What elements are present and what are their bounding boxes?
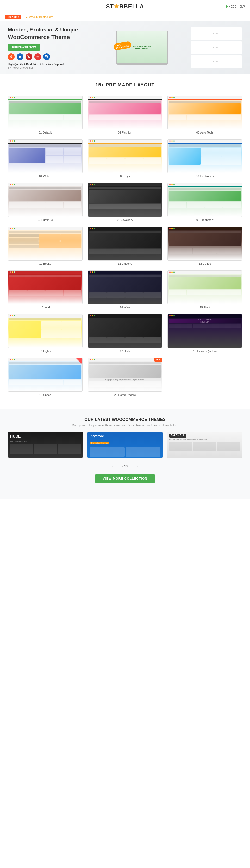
layout-item-14[interactable]: 14 Wine [88, 271, 162, 309]
layout-label-05: 05 Toys [120, 175, 130, 178]
latest-theme-huge[interactable]: HUGE WooCommerce Theme [8, 432, 83, 458]
logo-star: ★ [114, 3, 119, 10]
layout-thumb-12 [167, 227, 242, 260]
elec-cell [221, 148, 241, 156]
layout-item-20[interactable]: NEW Copyright 2018 by Templatesvision. A… [88, 358, 162, 396]
layout-thumb-17 [88, 314, 162, 348]
browser-bar-01 [8, 96, 82, 99]
layout-thumb-01 [8, 95, 83, 129]
dot-red [90, 140, 91, 142]
layout-item-08[interactable]: 08 Jewellery [88, 183, 162, 221]
dot-yellow [171, 315, 173, 316]
layout-item-07[interactable]: 07 Furniture [8, 183, 83, 221]
layout-item-09[interactable]: 09 Freshmart [167, 183, 242, 221]
icon-share: ▶ [17, 53, 24, 60]
layout-thumb-15 [167, 271, 242, 304]
accent-bar-04 [8, 143, 82, 144]
thumb-header-13 [9, 275, 81, 277]
layout-item-03[interactable]: 03 Auto Tools [167, 95, 242, 134]
thumb-hero-19 [9, 365, 81, 379]
product-card [125, 381, 143, 387]
browser-bar-03 [168, 96, 242, 99]
product-card [144, 204, 161, 209]
watch-cell [45, 148, 63, 155]
thumb-products-13 [8, 290, 82, 296]
infystore-preview-card [126, 447, 160, 457]
dot-yellow [12, 184, 13, 185]
watch-main [9, 148, 45, 163]
layout-item-18[interactable]: BEST FLOWERSBOUQUET 18 Flowers (video) [167, 314, 242, 353]
layout-item-13[interactable]: 13 food [8, 271, 83, 309]
product-card [144, 337, 161, 343]
bigomall-card [193, 442, 216, 451]
thumb-header-01 [9, 101, 81, 103]
layout-item-19[interactable]: 19 Specs [8, 358, 83, 396]
product-card [27, 380, 45, 385]
layout-label-13: 13 food [40, 306, 50, 309]
logo: ST★RBELLA [106, 3, 144, 10]
thumb-hero-09 [169, 191, 241, 201]
bigomall-header: BIGOMALL High Quality & Premium Coupons … [167, 432, 242, 442]
thumb-hero-01 [9, 103, 81, 114]
layout-thumb-03 [167, 95, 242, 129]
latest-theme-bigomall[interactable]: BIGOMALL High Quality & Premium Coupons … [167, 432, 242, 458]
thumb-header-06 [169, 145, 241, 147]
lights-layout [8, 321, 82, 339]
layout-thumb-08 [88, 183, 162, 217]
product-card [125, 115, 143, 120]
dot-yellow [92, 184, 93, 185]
hero-headline-line1: Morden, Exclusive & Unique [8, 27, 78, 33]
product-card [9, 202, 27, 208]
product-card [205, 202, 223, 208]
view-more-button[interactable]: VIEW MORE COLLECTION [95, 474, 154, 483]
latest-themes-section: OUR LATEST WOOCOMMERCE THEMES More power… [0, 409, 250, 499]
layout-item-17[interactable]: 17 Suits [88, 314, 162, 353]
next-arrow[interactable]: → [133, 463, 138, 469]
layout-item-05[interactable]: 05 Toys [88, 139, 162, 178]
thumb-header-07 [9, 187, 81, 189]
thumb-elec-layout [168, 147, 242, 165]
purchase-now-button[interactable]: PURCHASE NOW [8, 44, 40, 51]
books-layout [8, 234, 82, 249]
browser-bar-04 [8, 140, 82, 143]
product-card [89, 292, 107, 298]
dot-green [94, 228, 95, 229]
dot-green [174, 97, 175, 98]
dot-yellow [92, 97, 93, 98]
bigomall-header-inner: BIGOMALL [169, 434, 240, 437]
browser-bar-07 [8, 183, 82, 186]
layout-label-20: 20 Home Decore [114, 393, 136, 396]
layout-item-01[interactable]: 01 Default [8, 95, 83, 134]
thumb-header-02 [89, 101, 161, 103]
layout-label-12: 12 Coffee [199, 262, 211, 265]
product-card [64, 115, 81, 120]
browser-bar-14 [88, 271, 162, 274]
layout-item-11[interactable]: 11 Lingerie [88, 227, 162, 265]
need-help[interactable]: NEED HELP [225, 5, 245, 8]
layout-item-10[interactable]: 10 Books [8, 227, 83, 265]
product-card [89, 115, 107, 120]
icon-tag: ◎ [34, 53, 41, 60]
layout-item-15[interactable]: 15 Plant [167, 271, 242, 309]
product-card [9, 290, 27, 296]
product-card [125, 337, 143, 343]
layout-item-06[interactable]: 06 Electronics [167, 139, 242, 178]
layout-item-02[interactable]: 02 Fashion [88, 95, 162, 134]
dot-yellow [171, 228, 173, 229]
dot-red [10, 228, 11, 229]
browser-bar-18 [168, 314, 242, 317]
layout-item-12[interactable]: 12 Coffee [167, 227, 242, 265]
thumb-products-01 [8, 115, 82, 120]
latest-theme-infystore[interactable]: Infystore 5 Amazing Coupons [87, 432, 162, 458]
thumb-hero-20 [89, 365, 161, 378]
dot-red [10, 315, 11, 316]
icon-refresh: ↺ [8, 53, 14, 60]
browser-bar-02 [88, 96, 162, 99]
layout-item-04[interactable]: 04 Watch [8, 139, 83, 178]
thumb-hero-07 [9, 190, 81, 202]
dot-red [10, 359, 11, 360]
weekly-badge: ★ Weekly Bestsellers [26, 16, 53, 19]
layout-thumb-18: BEST FLOWERSBOUQUET [167, 314, 242, 348]
prev-arrow[interactable]: ← [112, 463, 117, 469]
layout-item-16[interactable]: 16 Lights [8, 314, 83, 353]
